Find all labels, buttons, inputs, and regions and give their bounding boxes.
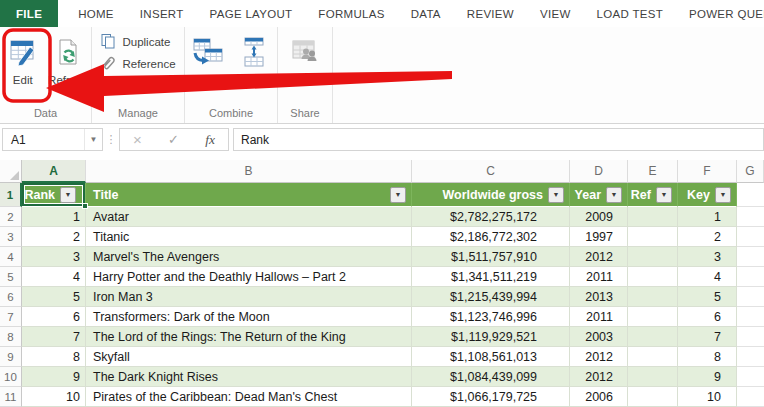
name-box-dropdown-icon[interactable]: ▼ xyxy=(84,129,102,150)
cell-C7[interactable]: $1,123,746,996 xyxy=(412,307,570,327)
row-header-5[interactable]: 5 xyxy=(0,267,22,287)
row-header-2[interactable]: 2 xyxy=(0,207,22,227)
cell-C5[interactable]: $1,341,511,219 xyxy=(412,267,570,287)
cell-F2[interactable]: 1 xyxy=(678,207,737,227)
cell-C2[interactable]: $2,782,275,172 xyxy=(412,207,570,227)
cell-A2[interactable]: 1 xyxy=(22,207,86,227)
cell-D10[interactable]: 2012 xyxy=(570,367,628,387)
cell-A7[interactable]: 6 xyxy=(22,307,86,327)
cell-E4[interactable] xyxy=(628,247,678,267)
cell-G8[interactable] xyxy=(737,327,764,347)
formula-bar-handle[interactable]: ⋮ xyxy=(103,133,119,146)
column-header-F[interactable]: F xyxy=(678,160,737,183)
cell-D5[interactable]: 2011 xyxy=(570,267,628,287)
cell-A11[interactable]: 10 xyxy=(22,387,86,407)
column-header-G[interactable]: G xyxy=(737,160,764,183)
filter-dropdown-icon[interactable]: ▼ xyxy=(390,187,406,203)
formula-input[interactable]: Rank xyxy=(233,128,764,151)
tab-file[interactable]: FILE xyxy=(0,0,58,27)
cell-D9[interactable]: 2012 xyxy=(570,347,628,367)
filter-dropdown-icon[interactable]: ▼ xyxy=(656,187,672,203)
cell-E11[interactable] xyxy=(628,387,678,407)
cell-B6[interactable]: Iron Man 3 xyxy=(86,287,412,307)
cell-C11[interactable]: $1,066,179,725 xyxy=(412,387,570,407)
tab-view[interactable]: VIEW xyxy=(527,0,584,27)
row-header-10[interactable]: 10 xyxy=(0,367,22,387)
cell-E8[interactable] xyxy=(628,327,678,347)
name-box[interactable]: A1 ▼ xyxy=(2,128,103,151)
table-header-year[interactable]: Year▼ xyxy=(570,183,628,207)
cell-C8[interactable]: $1,119,929,521 xyxy=(412,327,570,347)
cell-G10[interactable] xyxy=(737,367,764,387)
cell-D6[interactable]: 2013 xyxy=(570,287,628,307)
tab-review[interactable]: REVIEW xyxy=(454,0,527,27)
cell-G11[interactable] xyxy=(737,387,764,407)
table-header-rank[interactable]: Rank▼ xyxy=(22,183,86,207)
tab-insert[interactable]: INSERT xyxy=(127,0,197,27)
cell-E7[interactable] xyxy=(628,307,678,327)
fill-handle[interactable] xyxy=(82,203,88,209)
cell-D3[interactable]: 1997 xyxy=(570,227,628,247)
table-header-worldwide-gross[interactable]: Worldwide gross▼ xyxy=(412,183,570,207)
cell-G4[interactable] xyxy=(737,247,764,267)
table-header-key[interactable]: Key▼ xyxy=(678,183,737,207)
column-header-A[interactable]: A xyxy=(22,160,86,183)
cell-F10[interactable]: 9 xyxy=(678,367,737,387)
filter-dropdown-icon[interactable]: ▼ xyxy=(60,187,76,203)
insert-function-icon[interactable]: fx xyxy=(205,132,215,148)
cell-C10[interactable]: $1,084,439,099 xyxy=(412,367,570,387)
table-header-title[interactable]: Title▼ xyxy=(86,183,412,207)
cell-G3[interactable] xyxy=(737,227,764,247)
cell-C3[interactable]: $2,186,772,302 xyxy=(412,227,570,247)
cell-C9[interactable]: $1,108,561,013 xyxy=(412,347,570,367)
cell-D2[interactable]: 2009 xyxy=(570,207,628,227)
tab-power-query[interactable]: POWER QUERY xyxy=(676,0,764,27)
cell-F3[interactable]: 2 xyxy=(678,227,737,247)
cell-G7[interactable] xyxy=(737,307,764,327)
cell-F7[interactable]: 6 xyxy=(678,307,737,327)
row-header-1[interactable]: 1 xyxy=(0,183,22,207)
edit-button[interactable]: Edit xyxy=(0,30,46,106)
cell-A5[interactable]: 4 xyxy=(22,267,86,287)
cell-F4[interactable]: 3 xyxy=(678,247,737,267)
select-all-corner[interactable] xyxy=(0,160,22,183)
share-button[interactable]: Share xyxy=(282,30,329,106)
row-header-4[interactable]: 4 xyxy=(0,247,22,267)
tab-data[interactable]: DATA xyxy=(398,0,454,27)
cell-B3[interactable]: Titanic xyxy=(86,227,412,247)
cell-F11[interactable]: 10 xyxy=(678,387,737,407)
table-header-ref[interactable]: Ref▼ xyxy=(628,183,678,207)
cell-D8[interactable]: 2003 xyxy=(570,327,628,347)
column-header-B[interactable]: B xyxy=(86,160,412,183)
row-header-7[interactable]: 7 xyxy=(0,307,22,327)
cell-G6[interactable] xyxy=(737,287,764,307)
cell-C6[interactable]: $1,215,439,994 xyxy=(412,287,570,307)
cell-D7[interactable]: 2011 xyxy=(570,307,628,327)
merge-button[interactable]: Merge xyxy=(185,30,231,106)
cell-E9[interactable] xyxy=(628,347,678,367)
row-header-6[interactable]: 6 xyxy=(0,287,22,307)
row-header-9[interactable]: 9 xyxy=(0,347,22,367)
delete-button[interactable]: Delete xyxy=(100,76,175,95)
row-header-3[interactable]: 3 xyxy=(0,227,22,247)
append-button[interactable]: Append xyxy=(231,30,277,106)
cell-B9[interactable]: Skyfall xyxy=(86,347,412,367)
filter-dropdown-icon[interactable]: ▼ xyxy=(606,187,622,203)
column-header-C[interactable]: C xyxy=(412,160,570,183)
column-header-D[interactable]: D xyxy=(570,160,628,183)
cell-C4[interactable]: $1,511,757,910 xyxy=(412,247,570,267)
cell-G9[interactable] xyxy=(737,347,764,367)
cell-F9[interactable]: 8 xyxy=(678,347,737,367)
cell-A10[interactable]: 9 xyxy=(22,367,86,387)
cell-G5[interactable] xyxy=(737,267,764,287)
cell-D11[interactable]: 2006 xyxy=(570,387,628,407)
tab-formulas[interactable]: FORMULAS xyxy=(305,0,397,27)
cell-E10[interactable] xyxy=(628,367,678,387)
cell-F8[interactable]: 7 xyxy=(678,327,737,347)
cell-B8[interactable]: The Lord of the Rings: The Return of the… xyxy=(86,327,412,347)
cell-D4[interactable]: 2012 xyxy=(570,247,628,267)
cell-E3[interactable] xyxy=(628,227,678,247)
cell-E2[interactable] xyxy=(628,207,678,227)
tab-page-layout[interactable]: PAGE LAYOUT xyxy=(197,0,306,27)
cell-A4[interactable]: 3 xyxy=(22,247,86,267)
